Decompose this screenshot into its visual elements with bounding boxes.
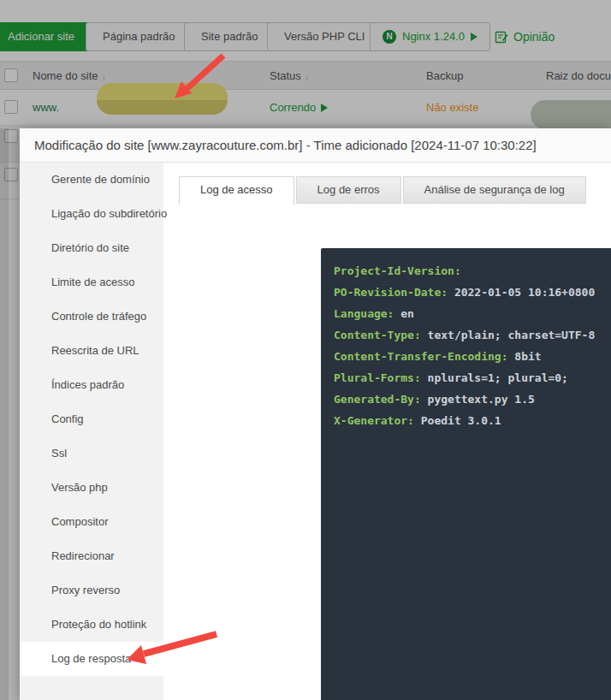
- log-line: Language: en: [334, 303, 611, 324]
- log-key: Plural-Forms:: [334, 371, 421, 384]
- log-line: Project-Id-Version:: [334, 260, 611, 282]
- log-value: Poedit 3.0.1: [414, 414, 501, 427]
- sidebar-item-redirect[interactable]: Redirecionar: [20, 539, 163, 573]
- log-line: Content-Type: text/plain; charset=UTF-8: [334, 324, 611, 346]
- sidebar-item-reverse-proxy[interactable]: Proxy reverso: [20, 573, 163, 608]
- log-key: Content-Type:: [334, 329, 421, 341]
- sidebar-item-subdirectory-binding[interactable]: Ligação do subdiretório: [20, 197, 163, 231]
- log-key: Project-Id-Version:: [334, 264, 461, 277]
- log-value: 8bit: [508, 350, 542, 363]
- dialog-title: Modificação do site [www.zayracouture.co…: [20, 128, 611, 163]
- log-value: nplurals=1; plural=0;: [421, 371, 568, 384]
- sidebar-item-domain-manager[interactable]: Gerente de domínio: [20, 163, 163, 197]
- log-line: Content-Transfer-Encoding: 8bit: [334, 346, 611, 367]
- sidebar-item-site-directory[interactable]: Diretório do site: [20, 231, 163, 265]
- sidebar-item-composer[interactable]: Compositor: [20, 505, 163, 539]
- page-edge-shade: [0, 128, 9, 700]
- sidebar-item-php-version[interactable]: Versão php: [20, 471, 163, 505]
- log-key: Content-Transfer-Encoding:: [334, 350, 508, 363]
- log-line: Generated-By: pygettext.py 1.5: [334, 389, 611, 410]
- sidebar-item-url-rewrite[interactable]: Reescrita de URL: [20, 334, 163, 368]
- log-key: X-Generator:: [334, 414, 414, 427]
- tab-error-log[interactable]: Log de erros: [296, 176, 401, 204]
- log-line: Plural-Forms: nplurals=1; plural=0;: [334, 367, 611, 389]
- sidebar-item-default-indexes[interactable]: Índices padrão: [20, 368, 163, 402]
- log-value: en: [394, 307, 413, 320]
- log-key: PO-Revision-Date:: [334, 286, 448, 299]
- redacted-doc-root-blob: [531, 100, 611, 129]
- log-tabs: Log de acesso Log de erros Análise de se…: [179, 176, 588, 205]
- dialog-content: Log de acesso Log de erros Análise de se…: [163, 163, 611, 700]
- tab-access-log[interactable]: Log de acesso: [179, 176, 294, 205]
- sidebar-item-hotlink-protection[interactable]: Proteção do hotlink: [20, 608, 163, 642]
- sidebar-item-ssl[interactable]: Ssl: [20, 436, 163, 471]
- sidebar-item-response-log[interactable]: Log de resposta: [20, 642, 163, 676]
- sidebar-item-access-limit[interactable]: Limite de acesso: [20, 265, 163, 300]
- log-value: text/plain; charset=UTF-8: [421, 329, 596, 341]
- log-value: 2022-01-05 10:16+0800: [448, 286, 595, 299]
- log-output-panel[interactable]: Project-Id-Version: PO-Revision-Date: 20…: [321, 248, 611, 700]
- sidebar-item-config[interactable]: Config: [20, 402, 163, 436]
- dialog-sidebar: Gerente de domínio Ligação do subdiretór…: [20, 163, 163, 700]
- dialog-body: Gerente de domínio Ligação do subdiretór…: [20, 163, 611, 700]
- log-line: X-Generator: Poedit 3.0.1: [334, 410, 611, 431]
- log-key: Language:: [334, 307, 394, 320]
- site-modification-dialog: Modificação do site [www.zayracouture.co…: [20, 128, 611, 700]
- redacted-site-name-blob: [97, 83, 228, 115]
- log-line: PO-Revision-Date: 2022-01-05 10:16+0800: [334, 282, 611, 303]
- tab-log-security-analysis[interactable]: Análise de segurança de log: [403, 176, 586, 204]
- log-key: Generated-By:: [334, 393, 421, 406]
- sidebar-item-traffic-control[interactable]: Controle de tráfego: [20, 300, 163, 334]
- log-value: pygettext.py 1.5: [421, 393, 535, 406]
